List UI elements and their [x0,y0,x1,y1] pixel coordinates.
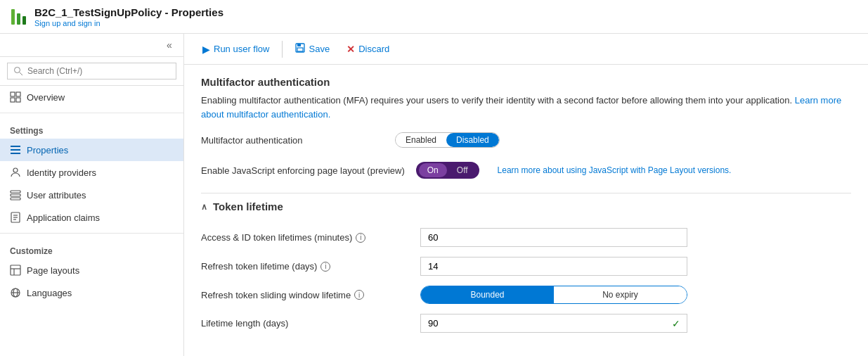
mfa-section: Multifactor authentication Enabling mult… [201,65,851,179]
js-learn-more-link[interactable]: Learn more about using JavaScript with P… [498,165,732,175]
access-token-row: Access & ID token lifetimes (minutes) i [201,228,851,247]
js-onoff-toggle[interactable]: On Off [416,162,479,179]
languages-icon [10,287,21,298]
toolbar: ▶ Run user flow Save ✕ Discard [184,34,868,65]
claims-icon [10,212,21,223]
refresh-token-input[interactable] [420,257,687,276]
mfa-toggle-group[interactable]: Enabled Disabled [395,132,500,148]
sidebar-section-customize: Customize [0,238,183,259]
discard-label: Discard [358,44,389,54]
refresh-token-row: Refresh token lifetime (days) i [201,257,851,276]
token-section-title: Token lifetime [213,201,283,212]
no-expiry-option[interactable]: No expiry [554,286,687,303]
sidebar: « Overview Settings Properties I [0,34,184,356]
app-header: B2C_1_TestSignUpPolicy - Properties Sign… [0,0,868,34]
sidebar-item-properties-label: Properties [27,145,68,155]
sidebar-item-overview-label: Overview [27,92,65,103]
js-field-row: Enable JavaScript enforcing page layout … [201,162,851,179]
refresh-token-info-icon[interactable]: i [320,262,330,272]
svg-rect-0 [11,92,15,96]
svg-rect-9 [11,194,20,196]
content-area: Multifactor authentication Enabling mult… [184,65,868,356]
overview-icon [10,91,21,103]
svg-rect-15 [11,265,20,275]
run-user-flow-button[interactable]: ▶ Run user flow [195,40,276,58]
sidebar-search-container [0,57,183,86]
sidebar-divider-1 [0,113,183,113]
mfa-description: Enabling multifactor authentication (MFA… [201,94,851,121]
sidebar-item-overview[interactable]: Overview [0,86,183,108]
sidebar-collapse-button[interactable]: « [161,37,178,53]
token-collapse-icon: ∧ [201,202,207,212]
mfa-field-row: Multifactor authentication Enabled Disab… [201,132,851,148]
svg-rect-4 [11,146,20,147]
svg-rect-6 [11,153,20,154]
svg-rect-2 [11,98,15,102]
svg-rect-1 [16,92,20,96]
lifetime-length-select[interactable]: 90 [420,314,687,333]
identity-icon [10,167,21,178]
save-icon [295,43,305,55]
access-token-info-icon[interactable]: i [356,233,365,243]
sidebar-item-properties[interactable]: Properties [0,139,183,161]
sidebar-item-identity-providers-label: Identity providers [27,167,96,178]
toolbar-divider-1 [282,41,283,58]
js-field-label: Enable JavaScript enforcing page layout … [201,165,405,176]
mfa-field-label: Multifactor authentication [201,135,384,146]
properties-icon [10,144,21,155]
sidebar-item-page-layouts-label: Page layouts [27,265,79,276]
bounded-option[interactable]: Bounded [421,286,554,303]
sidebar-item-user-attributes-label: User attributes [27,190,86,201]
sidebar-item-application-claims[interactable]: Application claims [0,206,183,229]
sidebar-item-page-layouts[interactable]: Page layouts [0,259,183,281]
sidebar-item-languages[interactable]: Languages [0,281,183,304]
sliding-window-toggle[interactable]: Bounded No expiry [420,286,687,304]
svg-rect-10 [11,198,20,200]
lifetime-length-row: Lifetime length (days) 90 ✓ [201,314,851,333]
sidebar-top-row: « [0,34,183,57]
sidebar-divider-2 [0,233,183,234]
sliding-window-label: Refresh token sliding window lifetime i [201,290,412,300]
refresh-token-label: Refresh token lifetime (days) i [201,261,412,272]
access-token-label: Access & ID token lifetimes (minutes) i [201,232,412,243]
svg-point-7 [13,168,18,172]
mfa-enabled-option[interactable]: Enabled [396,133,446,147]
access-token-input[interactable] [420,228,687,247]
main-layout: « Overview Settings Properties I [0,34,868,356]
svg-rect-5 [11,149,20,151]
token-section-header: ∧ Token lifetime [201,193,851,220]
token-section: ∧ Token lifetime Access & ID token lifet… [201,193,851,333]
logo [11,9,26,25]
lifetime-length-select-wrap: 90 ✓ [420,314,687,333]
discard-icon: ✕ [346,44,355,55]
svg-rect-22 [297,44,301,46]
sidebar-item-languages-label: Languages [27,288,72,298]
svg-rect-3 [16,98,20,102]
svg-rect-8 [11,191,20,193]
js-off-option[interactable]: Off [448,163,477,177]
select-checkmark-icon: ✓ [672,318,680,329]
svg-rect-23 [297,48,303,51]
sliding-window-row: Refresh token sliding window lifetime i … [201,286,851,304]
search-input[interactable] [7,63,176,80]
sidebar-item-identity-providers[interactable]: Identity providers [0,161,183,184]
run-icon: ▶ [202,44,210,55]
save-button[interactable]: Save [288,39,337,58]
lifetime-length-label: Lifetime length (days) [201,318,412,329]
sidebar-item-application-claims-label: Application claims [27,212,100,223]
sliding-window-info-icon[interactable]: i [354,290,364,300]
discard-button[interactable]: ✕ Discard [339,40,396,58]
mfa-desc-text: Enabling multifactor authentication (MFA… [201,95,792,106]
page-title: B2C_1_TestSignUpPolicy - Properties [34,6,224,18]
js-on-option[interactable]: On [419,163,447,177]
save-label: Save [309,44,330,54]
sidebar-section-settings: Settings [0,117,183,139]
layouts-icon [10,265,21,276]
mfa-section-title: Multifactor authentication [201,76,851,88]
sidebar-item-user-attributes[interactable]: User attributes [0,184,183,206]
attributes-icon [10,189,21,201]
mfa-disabled-option[interactable]: Disabled [446,133,499,147]
page-subtitle: Sign up and sign in [34,19,224,27]
run-user-flow-label: Run user flow [214,44,269,54]
